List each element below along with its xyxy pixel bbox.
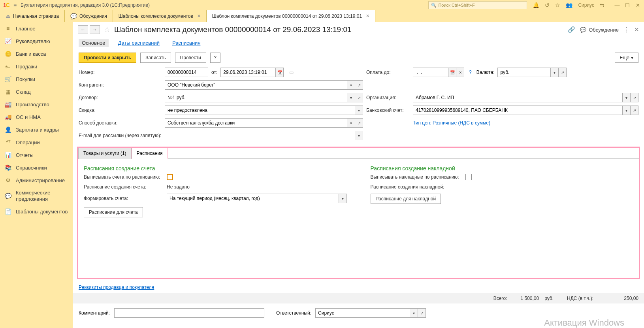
global-search[interactable]: 🔍 Поиск Ctrl+Shift+F	[428, 1, 527, 9]
sidebar-label: Шаблоны документов	[16, 209, 68, 215]
username[interactable]: Сириус	[578, 2, 594, 8]
sidebar-item[interactable]: ⚙Администрирование	[0, 174, 73, 187]
invoice-schedule-button[interactable]: Расписание для счета	[84, 207, 143, 217]
discuss-button[interactable]: 💬 Обсуждение	[580, 27, 619, 33]
tab-templates-list[interactable]: Шаблоны комплектов документов ✕	[113, 10, 207, 22]
chevron-down-icon[interactable]: ▾	[339, 194, 347, 203]
seller-buyer-details-link[interactable]: Реквизиты продавца и покупателя	[79, 285, 154, 290]
history-icon[interactable]: ↺	[545, 2, 550, 8]
contract-label: Договор:	[79, 95, 162, 100]
tab-close-icon[interactable]: ✕	[197, 13, 201, 19]
chevron-down-icon[interactable]: ▾	[355, 131, 363, 140]
sidebar-item[interactable]: ≡Главное	[0, 22, 73, 35]
discount-input[interactable]	[165, 106, 355, 115]
sidebar-item[interactable]: 🚚ОС и НМА	[0, 111, 73, 123]
tab-schedules[interactable]: Расписания	[132, 148, 168, 159]
post-button[interactable]: Провести	[175, 53, 206, 63]
email-input[interactable]	[165, 131, 355, 140]
sidebar-item[interactable]: 🏷Продажи	[0, 60, 73, 73]
sidebar-item[interactable]: 🪙Банк и касса	[0, 47, 73, 60]
open-icon[interactable]: ↗	[418, 308, 426, 318]
chevron-down-icon[interactable]: ▾	[347, 80, 355, 90]
help-link[interactable]: ?	[469, 70, 472, 75]
warehouse-icon: ▦	[5, 89, 11, 95]
help-button[interactable]: ?	[210, 53, 220, 63]
counterparty-input[interactable]	[165, 80, 347, 90]
comment-input[interactable]	[114, 308, 264, 318]
star-icon[interactable]: ☆	[555, 2, 560, 8]
sidebar-item[interactable]: 📄Шаблоны документов	[0, 205, 73, 218]
chevron-down-icon[interactable]: ▾	[355, 106, 363, 115]
favorite-star-icon[interactable]: ☆	[104, 25, 110, 34]
chevron-down-icon[interactable]: ▾	[347, 118, 355, 128]
sidebar-item[interactable]: 🛒Покупки	[0, 73, 73, 85]
tab-discussions[interactable]: 💬 Обсуждения	[65, 10, 113, 22]
chat-icon: 💬	[580, 27, 586, 33]
sidebar-item[interactable]: 📈Руководителю	[0, 35, 73, 47]
menu-icon[interactable]: ≡	[13, 2, 17, 8]
org-input[interactable]	[413, 93, 623, 102]
sidebar-item[interactable]: ▦Склад	[0, 85, 73, 98]
tab-home[interactable]: ⏏ Начальная страница	[0, 10, 65, 22]
bell-icon[interactable]: 🔔	[533, 2, 539, 8]
vat-label: НДС (в т.ч.):	[567, 296, 593, 301]
contract-input[interactable]	[165, 93, 347, 102]
tab-close-icon[interactable]: ✕	[366, 13, 369, 19]
sidebar-item[interactable]: 📊Отчеты	[0, 149, 73, 161]
subtab-main[interactable]: Основное	[79, 39, 109, 47]
save-button[interactable]: Записать	[140, 53, 171, 63]
link-icon[interactable]: 🔗	[568, 26, 575, 33]
currency-input[interactable]	[497, 68, 551, 77]
minimize-icon[interactable]: —	[614, 2, 620, 8]
invoice-schedule-checkbox[interactable]	[167, 174, 173, 180]
open-icon[interactable]: ↗	[631, 93, 638, 102]
settings-icon[interactable]: ⇆	[600, 2, 604, 8]
number-input[interactable]	[165, 68, 208, 77]
subtab-dates[interactable]: Даты расписаний	[115, 39, 163, 47]
chevron-down-icon[interactable]: ▾	[623, 93, 631, 102]
more-icon[interactable]: ⋮	[623, 26, 629, 33]
open-icon[interactable]: ↗	[355, 118, 363, 128]
close-icon[interactable]: ✕	[635, 2, 641, 8]
sidebar-item[interactable]: ᴬᵀОперации	[0, 136, 73, 149]
delivery-input[interactable]	[165, 118, 347, 128]
tab-current-document[interactable]: Шаблон комплекта документов 00000000014 …	[207, 10, 375, 22]
open-icon[interactable]: ↗	[355, 93, 363, 102]
nav-back-button[interactable]: ←	[78, 25, 88, 34]
delivery-label: Способ доставки:	[79, 120, 162, 126]
post-and-close-button[interactable]: Провести и закрыть	[79, 53, 136, 63]
sidebar-item[interactable]: 💬Коммерческие предложения	[0, 187, 73, 205]
maximize-icon[interactable]: ☐	[624, 2, 631, 8]
sidebar-item[interactable]: 📚Справочники	[0, 161, 73, 174]
pay-until-input[interactable]	[413, 68, 448, 77]
clear-icon[interactable]: ✕	[456, 68, 464, 77]
org-label: Организация:	[366, 95, 410, 100]
subtab-schedules[interactable]: Расписания	[169, 39, 203, 47]
price-type-link[interactable]: Тип цен: Розничные (НДС в сумме)	[413, 120, 490, 126]
chevron-down-icon[interactable]: ▾	[347, 93, 355, 102]
chevron-down-icon[interactable]: ▾	[410, 308, 418, 318]
nav-forward-button[interactable]: →	[90, 25, 100, 34]
calendar-icon[interactable]: 📅	[276, 68, 284, 77]
factory-icon: 🏭	[5, 101, 11, 107]
waybill-schedule-button[interactable]: Расписание для накладной	[371, 194, 441, 204]
date-input[interactable]	[220, 68, 276, 77]
sidebar-item[interactable]: 🏭Производство	[0, 98, 73, 111]
waybill-schedule-checkbox[interactable]	[465, 174, 472, 180]
close-panel-icon[interactable]: ✕	[634, 26, 639, 33]
chevron-down-icon[interactable]: ▾	[551, 68, 559, 77]
responsible-input[interactable]	[315, 308, 410, 318]
more-button[interactable]: Еще▾	[615, 53, 638, 63]
users-icon[interactable]: 👥	[566, 2, 572, 8]
bank-input[interactable]	[413, 106, 623, 115]
tab-goods[interactable]: Товары и услуги (1)	[78, 148, 132, 159]
open-icon[interactable]: ↗	[631, 106, 638, 115]
search-icon: 🔍	[431, 3, 437, 8]
invoice-form-select[interactable]	[167, 194, 339, 203]
calendar-icon[interactable]: 📅	[448, 68, 456, 77]
open-icon[interactable]: ↗	[355, 80, 363, 90]
pay-until-label: Оплата до:	[366, 70, 410, 75]
chevron-down-icon[interactable]: ▾	[623, 106, 631, 115]
open-icon[interactable]: ↗	[559, 68, 567, 77]
sidebar-item[interactable]: 👤Зарплата и кадры	[0, 123, 73, 136]
